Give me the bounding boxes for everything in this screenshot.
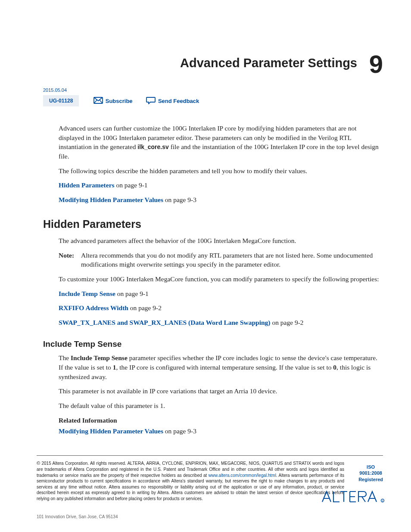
- footer-divider: [37, 455, 383, 456]
- legal-link[interactable]: www.altera.com/common/legal.html: [209, 473, 276, 478]
- chapter-title: Advanced Parameter Settings: [43, 56, 383, 70]
- iso-badge[interactable]: ISO 9001:2008 Registered: [358, 464, 383, 482]
- s2-paragraph-1: The Include Temp Sense parameter specifi…: [59, 353, 383, 381]
- feedback-link[interactable]: Send Feedback: [146, 96, 199, 106]
- feedback-label: Send Feedback: [158, 98, 199, 104]
- code-filename: ilk_core.sv: [137, 143, 168, 150]
- mail-icon: [93, 97, 106, 105]
- footer-address: 101 Innovation Drive, San Jose, CA 95134: [37, 514, 383, 519]
- intro-link-2: Modifying Hidden Parameter Values on pag…: [59, 195, 383, 205]
- link-swap-lanes[interactable]: SWAP_TX_LANES and SWAP_RX_LANES (Data Wo…: [59, 319, 271, 326]
- link-hidden-parameters[interactable]: Hidden Parameters: [59, 181, 115, 189]
- heading-hidden-parameters: Hidden Parameters: [43, 217, 383, 232]
- s2-link-tail: on page 9-3: [163, 427, 196, 435]
- doc-id: UG-01128: [43, 95, 79, 106]
- link-modifying-values-2[interactable]: Modifying Hidden Parameter Values: [59, 427, 163, 435]
- note: Note: Altera recommends that you do not …: [59, 251, 383, 269]
- s1-link3-tail: on page 9-2: [271, 319, 304, 326]
- svg-text:R: R: [382, 500, 383, 502]
- subscribe-label: Subscribe: [106, 98, 133, 104]
- link-rxfifo-addr-width[interactable]: RXFIFO Address Width: [59, 304, 128, 311]
- altera-logo: R: [321, 490, 385, 505]
- heading-include-temp-sense: Include Temp Sense: [43, 339, 383, 350]
- s1-link1-tail: on page 9-1: [115, 290, 149, 297]
- link-include-temp-sense[interactable]: Include Temp Sense: [59, 290, 115, 297]
- s1-paragraph-2: To customize your 100G Interlaken MegaCo…: [59, 274, 383, 284]
- s2-paragraph-3: The default value of this parameter is 1…: [59, 401, 383, 411]
- intro-paragraph-2: The following topics describe the hidden…: [59, 166, 383, 176]
- comment-icon: [146, 96, 158, 106]
- s2-paragraph-2: This parameter is not available in IP co…: [59, 386, 383, 396]
- note-body: Altera recommends that you do not modify…: [81, 251, 383, 269]
- note-label: Note:: [59, 251, 78, 269]
- chapter-number: 9: [369, 52, 383, 77]
- intro-link-1: Hidden Parameters on page 9-1: [59, 180, 383, 190]
- s1-paragraph-1: The advanced parameters affect the behav…: [59, 236, 383, 246]
- s1-link2-tail: on page 9-2: [128, 304, 162, 311]
- doc-date: 2015.05.04: [43, 87, 383, 93]
- subscribe-link[interactable]: Subscribe: [93, 97, 133, 105]
- related-info-label: Related Information: [59, 416, 383, 425]
- link-modifying-values[interactable]: Modifying Hidden Parameter Values: [59, 196, 163, 203]
- intro-paragraph-1: Advanced users can further customize the…: [59, 124, 383, 161]
